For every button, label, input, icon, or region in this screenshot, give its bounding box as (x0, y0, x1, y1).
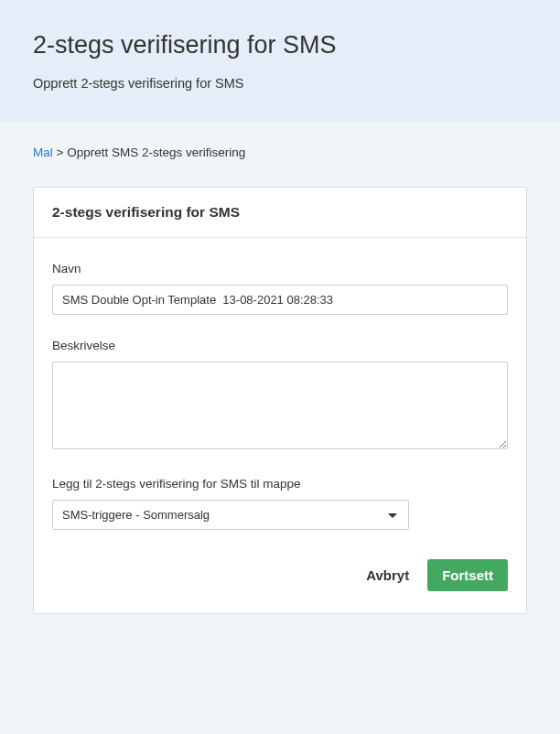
folder-select-wrapper: SMS-triggere - Sommersalg (52, 500, 409, 530)
form-group-name: Navn (52, 262, 508, 315)
folder-select[interactable]: SMS-triggere - Sommersalg (52, 500, 409, 530)
form-group-folder: Legg til 2-stegs verifisering for SMS ti… (52, 477, 508, 530)
page-title: 2-stegs verifisering for SMS (33, 31, 527, 59)
breadcrumb-separator: > (57, 146, 64, 159)
card-title: 2-stegs verifisering for SMS (52, 204, 508, 221)
breadcrumb-link-mal[interactable]: Mal (33, 146, 53, 159)
content-area: Mal > Opprett SMS 2-stegs verifisering 2… (0, 122, 560, 614)
continue-button[interactable]: Fortsett (427, 559, 508, 591)
description-label: Beskrivelse (52, 339, 508, 352)
breadcrumb-current: Opprett SMS 2-stegs verifisering (67, 146, 245, 159)
card-body: Navn Beskrivelse Legg til 2-stegs verifi… (34, 238, 526, 613)
name-label: Navn (52, 262, 508, 275)
form-actions: Avbryt Fortsett (52, 559, 508, 591)
page-header: 2-stegs verifisering for SMS Opprett 2-s… (0, 0, 560, 122)
page-subtitle: Opprett 2-stegs verifisering for SMS (33, 76, 527, 91)
cancel-button[interactable]: Avbryt (362, 560, 413, 590)
breadcrumb: Mal > Opprett SMS 2-stegs verifisering (33, 146, 527, 159)
form-group-description: Beskrivelse (52, 339, 508, 453)
description-textarea[interactable] (52, 362, 508, 449)
folder-label: Legg til 2-stegs verifisering for SMS ti… (52, 477, 508, 491)
form-card: 2-stegs verifisering for SMS Navn Beskri… (33, 187, 527, 614)
card-header: 2-stegs verifisering for SMS (34, 188, 526, 238)
name-input[interactable] (52, 285, 508, 315)
